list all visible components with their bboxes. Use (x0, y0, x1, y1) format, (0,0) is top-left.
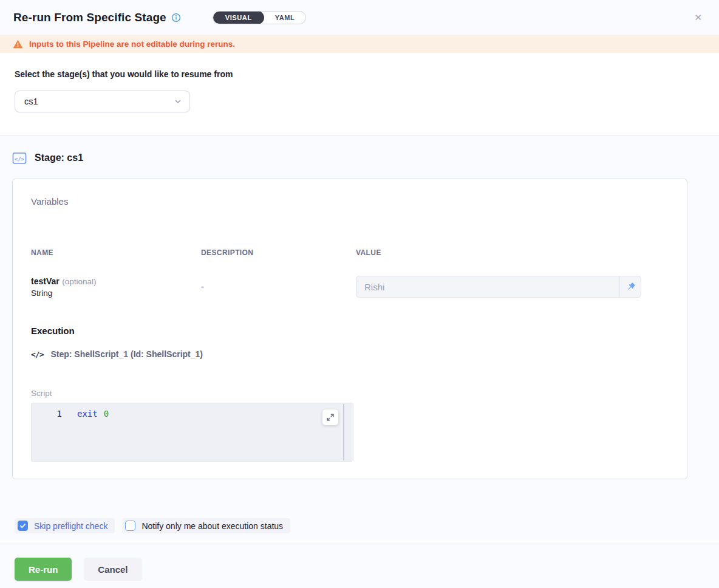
script-line: 1 exit0 (32, 403, 353, 419)
toggle-yaml[interactable]: YAML (264, 11, 306, 24)
svg-text:</>: </> (15, 156, 24, 162)
checkbox-icon[interactable] (125, 521, 135, 531)
warning-icon (13, 39, 23, 49)
checkbox-icon[interactable] (18, 521, 28, 531)
rerun-button[interactable]: Re-run (15, 558, 72, 581)
warning-banner: Inputs to this Pipeline are not editable… (0, 35, 719, 53)
run-options: Skip preflight check Notify only me abou… (0, 518, 719, 533)
page-title: Re-run From Specific Stage (13, 11, 166, 24)
cancel-button[interactable]: Cancel (84, 558, 141, 581)
variables-title: Variables (31, 196, 669, 207)
stage-select-value: cs1 (24, 97, 174, 106)
notify-only-me-checkbox[interactable]: Notify only me about execution status (122, 518, 290, 533)
rerun-dialog: Re-run From Specific Stage VISUAL YAML ✕… (0, 0, 719, 581)
dialog-footer: Re-run Cancel (0, 544, 719, 581)
column-name: NAME (31, 248, 192, 257)
stage-select-label: Select the stage(s) that you would like … (15, 69, 704, 79)
step-label: Step: ShellScript_1 (Id: ShellScript_1) (50, 349, 203, 359)
stage-heading-row: </> Stage: cs1 (12, 150, 707, 166)
close-icon[interactable]: ✕ (690, 10, 706, 26)
skip-preflight-label: Skip preflight check (34, 521, 107, 531)
code-number: 0 (104, 409, 109, 419)
stage-select-section: Select the stage(s) that you would like … (0, 53, 719, 135)
stage-card: Variables NAME DESCRIPTION VALUE testVar… (12, 179, 687, 479)
toggle-visual[interactable]: VISUAL (213, 11, 264, 24)
chevron-down-icon (174, 97, 182, 106)
script-code: exit0 (62, 409, 109, 419)
variable-type: String (31, 289, 192, 298)
stage-detail-section: </> Stage: cs1 Variables NAME DESCRIPTIO… (0, 150, 719, 479)
variable-value-cell (356, 276, 669, 298)
code-keyword: exit (77, 409, 98, 419)
variable-value-input-group (356, 276, 641, 298)
variable-value-input[interactable] (356, 276, 619, 297)
step-row: </> Step: ShellScript_1 (Id: ShellScript… (31, 349, 669, 359)
script-editor[interactable]: 1 exit0 (31, 403, 353, 462)
warning-banner-text: Inputs to this Pipeline are not editable… (29, 39, 235, 49)
variable-name-cell: testVar (optional) String (31, 276, 192, 298)
notify-only-me-label: Notify only me about execution status (141, 521, 283, 531)
line-number: 1 (32, 409, 62, 419)
execution-title: Execution (31, 326, 669, 336)
variable-description: - (192, 282, 356, 292)
info-icon[interactable] (171, 13, 181, 22)
column-value: VALUE (356, 248, 669, 257)
column-description: DESCRIPTION (192, 248, 356, 257)
visual-yaml-toggle[interactable]: VISUAL YAML (213, 11, 307, 24)
variable-name: testVar (31, 276, 60, 286)
pin-icon[interactable] (619, 276, 641, 297)
expand-icon[interactable] (322, 409, 338, 425)
variable-row: testVar (optional) String - (31, 276, 669, 298)
stage-select-dropdown[interactable]: cs1 (15, 91, 190, 112)
variable-optional-tag: (optional) (62, 277, 96, 286)
dialog-header: Re-run From Specific Stage VISUAL YAML ✕ (0, 0, 719, 35)
script-label: Script (31, 389, 669, 398)
ci-stage-icon: </> (12, 152, 27, 165)
variables-table-header: NAME DESCRIPTION VALUE (31, 248, 669, 257)
stage-heading: Stage: cs1 (35, 152, 83, 163)
code-icon: </> (31, 350, 43, 359)
skip-preflight-checkbox[interactable]: Skip preflight check (15, 518, 115, 533)
editor-scrollbar[interactable] (343, 404, 344, 460)
